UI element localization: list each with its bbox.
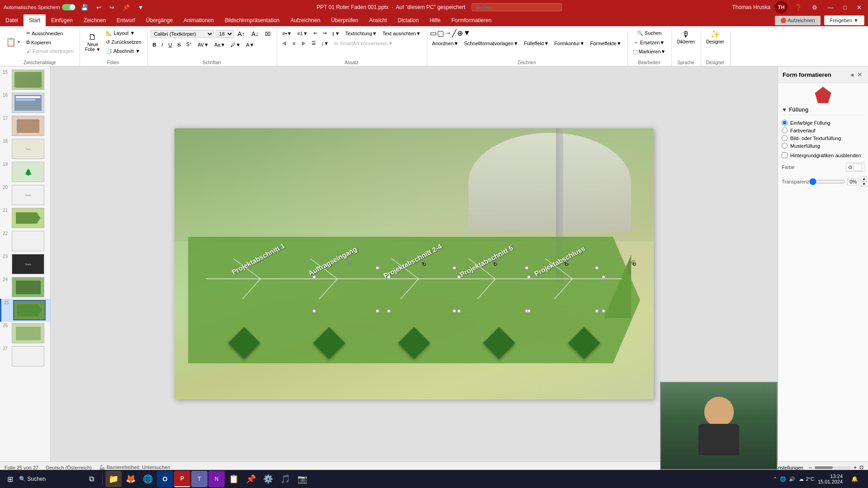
tab-animationen[interactable]: Animationen (178, 14, 219, 26)
tray-sound[interactable]: 🔊 (789, 476, 795, 482)
help-icon-btn[interactable]: ❓ (792, 3, 805, 12)
fill-option-bild[interactable]: Bild- oder Texturfüllung (782, 134, 864, 142)
fill-radio-einfach[interactable] (782, 120, 788, 126)
handle-s1-br[interactable] (376, 309, 379, 313)
case-btn[interactable]: Aa▼ (212, 41, 227, 49)
formeffekte-btn[interactable]: Formeffekte▼ (588, 39, 623, 47)
slide-thumb-21[interactable]: 21 (0, 206, 50, 230)
autosave-toggle[interactable]: Automatisches Speichern (4, 4, 75, 10)
fill-radio-verlauf[interactable] (782, 127, 788, 133)
smartart-btn[interactable]: In SmartArt konvertieren▼ (332, 39, 395, 47)
diamond-5[interactable] (568, 327, 600, 359)
tab-ueberpruefen[interactable]: Überprüfen (326, 14, 363, 26)
fuelleffekt-btn[interactable]: Fülleffekt▼ (522, 39, 551, 47)
taskbar-app-powerpoint[interactable]: P (174, 471, 190, 487)
start-button[interactable]: ⊞ (2, 471, 18, 487)
tab-dictation[interactable]: Dictation (392, 14, 425, 26)
taskbar-app-chrome[interactable]: 🌐 (140, 471, 156, 487)
anordnen-btn[interactable]: Anordnen▼ (430, 39, 461, 47)
slide-thumb-23[interactable]: 23 Stark (0, 253, 50, 276)
shadow-btn[interactable]: S⁺ (184, 40, 194, 49)
fill-radio-bild[interactable] (782, 135, 788, 141)
user-avatar[interactable]: TH (775, 1, 788, 14)
tab-aufzeichnen[interactable]: Aufzeichnen (285, 14, 326, 26)
handle-s5-tl[interactable] (602, 275, 605, 279)
taskbar-app-8[interactable]: 📌 (243, 471, 259, 487)
indent-less-btn[interactable]: ⇐ (311, 29, 320, 38)
section-title-fuellung[interactable]: ▼ Füllung (782, 107, 864, 115)
markieren-btn[interactable]: ⬚ Markieren▼ (631, 47, 668, 56)
format-uebertragen-btn[interactable]: 🖌 Format übertragen (24, 47, 76, 55)
pin-button[interactable]: 📌 (120, 3, 132, 12)
align-left-btn[interactable]: ⫷ (280, 39, 289, 47)
autosave-switch[interactable] (62, 4, 75, 10)
slide-thumb-18[interactable]: 18 Text (0, 137, 50, 160)
handle-s4-tr[interactable] (595, 266, 599, 270)
fill-option-verlauf[interactable]: Farbverlauf (782, 127, 864, 134)
handle-s2-tr[interactable] (453, 266, 456, 270)
clear-format-btn[interactable]: ⌧ (263, 30, 273, 38)
fill-option-einfach[interactable]: Einfarbige Füllung (782, 119, 864, 127)
rotate-handle-s2[interactable]: ↻ (421, 260, 425, 265)
tab-start[interactable]: Start (24, 14, 46, 26)
handle-s1-tr[interactable] (376, 266, 379, 270)
farbe-value[interactable]: ⊙ (846, 163, 864, 172)
transparenz-up-btn[interactable]: ▲ (861, 176, 867, 181)
notifications-btn[interactable]: 🔔 (846, 471, 863, 487)
ausschneiden-btn[interactable]: ✂ Ausschneiden (24, 29, 76, 38)
handle-s2-bl[interactable] (387, 309, 391, 313)
diktieren-btn[interactable]: 🎙 Diktieren (675, 29, 697, 46)
num-list-btn[interactable]: ≡1▼ (295, 29, 310, 38)
line-spacing-btn[interactable]: ↕▼ (319, 39, 331, 47)
tray-network[interactable]: 🌐 (780, 476, 786, 482)
taskbar-app-firefox[interactable]: 🦊 (123, 471, 139, 487)
slide-thumb-16[interactable]: 16 (0, 91, 50, 114)
diamond-3[interactable] (398, 327, 430, 359)
taskbar-app-9[interactable]: ⚙️ (260, 471, 276, 487)
fill-check-hintergrund[interactable] (782, 152, 788, 158)
diamond-1[interactable] (228, 327, 260, 359)
align-center-btn[interactable]: ≡ (290, 39, 297, 47)
weather-widget[interactable]: ☁ 2°C (799, 476, 814, 482)
clock-widget[interactable]: 13:24 15.01.2024 (818, 474, 843, 484)
underline-btn[interactable]: U (166, 41, 175, 49)
shape-line[interactable]: ╱ (452, 29, 457, 38)
handle-s3-tr[interactable] (525, 266, 528, 270)
slide-panel[interactable]: 15 16 17 18 Text (0, 66, 51, 461)
taskbar-app-7[interactable]: 📋 (226, 471, 242, 487)
taskbar-app-explorer[interactable]: 📁 (105, 471, 122, 487)
title-search-input[interactable] (472, 3, 562, 11)
maximize-button[interactable]: □ (840, 3, 849, 12)
suchen-btn[interactable]: 🔍 Suchen (635, 29, 664, 38)
align-text-btn[interactable]: Text ausrichten▼ (380, 29, 423, 38)
tab-uebergaenge[interactable]: Übergänge (141, 14, 178, 26)
schnelformate-btn[interactable]: Schnellformatvorlagen▼ (462, 39, 520, 47)
freigeben-btn[interactable]: Freigeben ▼ (824, 15, 864, 25)
taskbar-app-outlook[interactable]: O (157, 471, 173, 487)
shape-dropdown[interactable]: ▼ (463, 29, 471, 38)
handle-s2-br[interactable] (453, 309, 456, 313)
slide-thumb-17[interactable]: 17 (0, 114, 50, 137)
neue-folie-btn[interactable]: 🗋 NeueFolie ▼ (83, 32, 103, 53)
handle-s4-bl[interactable] (527, 309, 531, 313)
fill-option-muster[interactable]: Musterfüllung (782, 142, 864, 150)
rotate-handle-s1[interactable]: ↻ (348, 260, 352, 265)
undo-button[interactable]: ↩ (94, 3, 104, 12)
color-swatch[interactable] (853, 164, 862, 171)
tab-formformat[interactable]: Formformatieren (446, 14, 497, 26)
slide-thumb-19[interactable]: 19 🌲 (0, 160, 50, 183)
decrease-font-btn[interactable]: A↓ (249, 29, 261, 39)
tab-bildschirm[interactable]: Bildschirmpräsentation (219, 14, 285, 26)
zuruecksetzen-btn[interactable]: ↺ Zurücksetzen (104, 38, 143, 47)
diamond-4[interactable] (483, 327, 515, 359)
char-spacing-btn[interactable]: AV▼ (195, 41, 211, 49)
tab-einfuegen[interactable]: Einfügen (46, 14, 78, 26)
slide-thumb-24[interactable]: 24 (0, 276, 50, 299)
font-size-select[interactable]: 18 (216, 30, 234, 38)
shape-arrow[interactable]: → (444, 29, 452, 38)
indent-more-btn[interactable]: ⇒ (321, 29, 329, 38)
einfuegen-btn[interactable]: 📋 ▼ (4, 37, 23, 47)
taskbar-search-btn[interactable]: 🔍 Suchen (19, 471, 82, 487)
handle-s3-tl[interactable] (457, 275, 461, 279)
redo-button[interactable]: ↪ (107, 3, 117, 12)
